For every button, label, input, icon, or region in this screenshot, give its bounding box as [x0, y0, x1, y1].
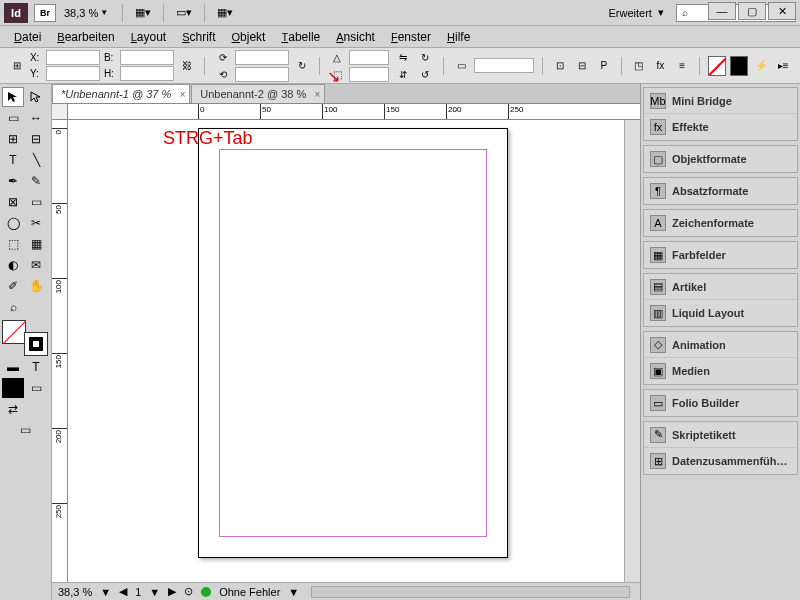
- rotate-icon[interactable]: ↻: [293, 58, 311, 74]
- fill-swatch[interactable]: [708, 56, 726, 76]
- eyedropper-tool[interactable]: ✐: [2, 276, 24, 296]
- swap-fill-stroke-icon[interactable]: ⇄: [2, 399, 24, 419]
- zoom-tool[interactable]: ⌕: [2, 297, 24, 317]
- stroke-proxy[interactable]: [24, 332, 48, 356]
- vertical-ruler[interactable]: 050100150200250: [52, 120, 68, 582]
- menu-bearbeiten[interactable]: Bearbeiten: [49, 28, 122, 46]
- y-input[interactable]: [46, 66, 100, 81]
- scale-x-input[interactable]: [235, 50, 289, 65]
- select-container-icon[interactable]: ▭: [452, 58, 470, 74]
- hand-tool[interactable]: ✋: [25, 276, 47, 296]
- fill-proxy[interactable]: [2, 320, 26, 344]
- shear-input[interactable]: [349, 67, 389, 82]
- panel-farbfelder[interactable]: ▦Farbfelder: [644, 242, 797, 268]
- content-placer-tool[interactable]: ⊟: [25, 129, 47, 149]
- type-tool[interactable]: T: [2, 150, 24, 170]
- formatting-container-icon[interactable]: ▭: [25, 378, 47, 398]
- default-fill-stroke-icon[interactable]: ▪: [2, 378, 24, 398]
- preflight-icon[interactable]: ⊙: [184, 585, 193, 598]
- close-button[interactable]: ✕: [768, 2, 796, 20]
- selection-tool[interactable]: [2, 87, 24, 107]
- flip-h-icon[interactable]: ⇋: [393, 49, 413, 65]
- panel-effekte[interactable]: fxEffekte: [644, 114, 797, 140]
- tab-unbenannt-1[interactable]: *Unbenannt-1 @ 37 %×: [52, 84, 190, 103]
- panel-datenzusammenfh[interactable]: ⊞Datenzusammenfüh…: [644, 448, 797, 474]
- line-tool[interactable]: ╲: [25, 150, 47, 170]
- ellipse-tool[interactable]: ◯: [2, 213, 24, 233]
- panel-liquidlayout[interactable]: ▥Liquid Layout: [644, 300, 797, 326]
- gradient-feather-tool[interactable]: ◐: [2, 255, 24, 275]
- ref-point-icon[interactable]: ⊞: [8, 58, 26, 74]
- pencil-tool[interactable]: ✎: [25, 171, 47, 191]
- screen-mode-icon[interactable]: ▭▾: [170, 3, 198, 23]
- align-icon[interactable]: ≡: [673, 58, 691, 74]
- view-options-icon[interactable]: ▦▾: [129, 3, 157, 23]
- menu-hilfe[interactable]: Hilfe: [439, 28, 478, 46]
- panel-skriptetikett[interactable]: ✎Skriptetikett: [644, 422, 797, 448]
- page-tool[interactable]: ▭: [2, 108, 24, 128]
- direct-selection-tool[interactable]: [25, 87, 47, 107]
- content-collector-tool[interactable]: ⊞: [2, 129, 24, 149]
- text-wrap-icon[interactable]: P: [595, 58, 613, 74]
- panel-objektformate[interactable]: ▢Objektformate: [644, 146, 797, 172]
- apply-color-icon[interactable]: ▬: [2, 357, 24, 377]
- gradient-swatch-tool[interactable]: ▦: [25, 234, 47, 254]
- horizontal-ruler[interactable]: 050100150200250: [68, 104, 640, 120]
- status-zoom[interactable]: 38,3 %: [58, 586, 92, 598]
- canvas[interactable]: STRG+Tab: [68, 120, 624, 582]
- tab-unbenannt-2[interactable]: ↘Unbenannt-2 @ 38 %×: [191, 84, 325, 103]
- preflight-label[interactable]: Ohne Fehler: [219, 586, 280, 598]
- rectangle-tool[interactable]: ▭: [25, 192, 47, 212]
- apply-none-icon[interactable]: T: [25, 357, 47, 377]
- panel-foliobuilder[interactable]: ▭Folio Builder: [644, 390, 797, 416]
- fill-stroke-proxy[interactable]: [2, 320, 48, 356]
- menu-schrift[interactable]: Schrift: [174, 28, 223, 46]
- panel-absatzformate[interactable]: ¶Absatzformate: [644, 178, 797, 204]
- menu-objekt[interactable]: Objekt: [224, 28, 274, 46]
- status-page[interactable]: 1: [135, 586, 141, 598]
- fit-content-icon[interactable]: ⊡: [551, 58, 569, 74]
- scissors-tool[interactable]: ✂: [25, 213, 47, 233]
- ruler-origin[interactable]: [52, 104, 68, 120]
- menu-fenster[interactable]: Fenster: [383, 28, 439, 46]
- quick-apply-icon[interactable]: ⚡: [752, 58, 770, 74]
- horizontal-scrollbar[interactable]: [311, 586, 630, 598]
- menu-tabelle[interactable]: Tabelle: [273, 28, 328, 46]
- rectangle-frame-tool[interactable]: ⊠: [2, 192, 24, 212]
- stroke-weight-input[interactable]: [474, 58, 534, 73]
- panel-medien[interactable]: ▣Medien: [644, 358, 797, 384]
- menu-layout[interactable]: Layout: [123, 28, 174, 46]
- screen-mode-tool[interactable]: ▭: [2, 420, 48, 440]
- vertical-scrollbar[interactable]: [624, 120, 640, 582]
- panel-animation[interactable]: ◇Animation: [644, 332, 797, 358]
- corner-icon[interactable]: ◳: [630, 58, 648, 74]
- zoom-dropdown[interactable]: 38,3 %▼: [64, 7, 110, 19]
- maximize-button[interactable]: ▢: [738, 2, 766, 20]
- constrain-icon[interactable]: ⛓: [178, 58, 196, 74]
- workspace-switcher[interactable]: Erweitert ▾: [602, 6, 670, 19]
- h-input[interactable]: [120, 66, 174, 81]
- page[interactable]: [198, 128, 508, 558]
- rotate-cw-icon[interactable]: ↻: [415, 49, 435, 65]
- stroke-swatch[interactable]: [730, 56, 748, 76]
- note-tool[interactable]: ✉: [25, 255, 47, 275]
- menu-ansicht[interactable]: Ansicht: [328, 28, 383, 46]
- fit-frame-icon[interactable]: ⊟: [573, 58, 591, 74]
- flip-v-icon[interactable]: ⇵: [393, 66, 413, 82]
- gap-tool[interactable]: ↔: [25, 108, 47, 128]
- effects-icon[interactable]: fx: [651, 58, 669, 74]
- minimize-button[interactable]: —: [708, 2, 736, 20]
- panel-zeichenformate[interactable]: AZeichenformate: [644, 210, 797, 236]
- panel-minibridge[interactable]: MbMini Bridge: [644, 88, 797, 114]
- close-tab-icon[interactable]: ×: [179, 89, 185, 100]
- w-input[interactable]: [120, 50, 174, 65]
- close-tab-icon[interactable]: ×: [314, 89, 320, 100]
- scale-y-input[interactable]: [235, 67, 289, 82]
- pen-tool[interactable]: ✒: [2, 171, 24, 191]
- bridge-button[interactable]: Br: [34, 4, 56, 22]
- rotate-input[interactable]: [349, 50, 389, 65]
- panel-artikel[interactable]: ▤Artikel: [644, 274, 797, 300]
- menu-datei[interactable]: Datei: [6, 28, 49, 46]
- panel-menu-icon[interactable]: ▸≡: [774, 58, 792, 74]
- arrange-icon[interactable]: ▦▾: [211, 3, 239, 23]
